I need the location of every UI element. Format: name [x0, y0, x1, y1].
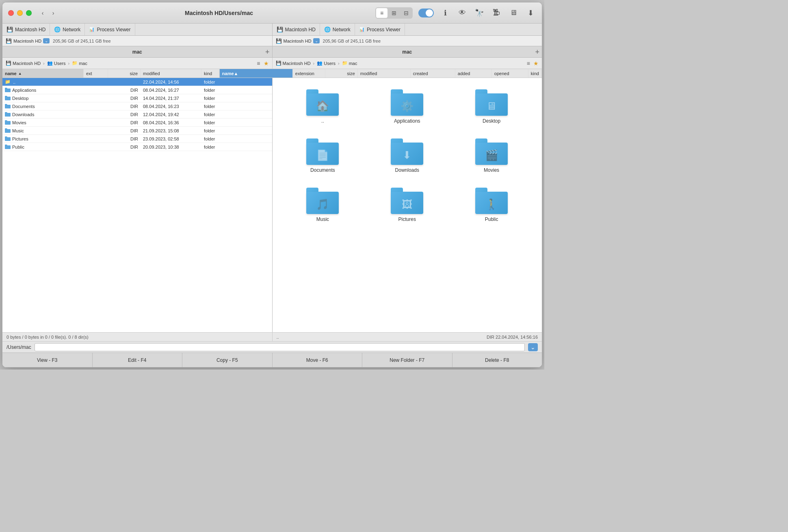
new-folder-button[interactable]: New Folder - F7 — [362, 353, 452, 367]
breadcrumb-actions-right: ≡ ★ — [527, 60, 539, 67]
col-extension-right[interactable]: extension — [293, 69, 325, 78]
list-view-button[interactable]: ≡ — [376, 8, 388, 18]
breadcrumb-mac-right[interactable]: 📁 mac — [342, 61, 357, 66]
file-size-public: DIR — [108, 145, 141, 149]
music-icon: 🎵 — [316, 198, 329, 211]
col-name-right[interactable]: name ▲ — [220, 69, 293, 78]
tab-process-left[interactable]: 📊 Process Viewer — [85, 24, 135, 35]
table-row[interactable]: Downloads DIR 12.04.2024, 19:42 folder — [2, 110, 272, 119]
view-button[interactable]: View - F3 — [2, 353, 93, 367]
folder-body: 🚶 — [475, 192, 508, 214]
edit-button[interactable]: Edit - F4 — [93, 353, 183, 367]
list-item[interactable]: ⬇ Downloads — [369, 135, 445, 176]
file-name-documents: Documents — [2, 104, 84, 109]
minimize-button[interactable] — [17, 10, 23, 16]
icon-label: Public — [485, 216, 498, 222]
toggle-switch[interactable] — [418, 9, 434, 17]
table-row[interactable]: Pictures DIR 23.09.2023, 02:58 folder — [2, 135, 272, 143]
col-modified-right[interactable]: modified — [358, 69, 411, 78]
tab-macintosh-hd-right[interactable]: 💾 Macintosh HD — [273, 24, 320, 35]
col-name-left[interactable]: name ▲ — [2, 69, 84, 78]
preview-icon[interactable]: 👁 — [457, 7, 468, 19]
table-row[interactable]: Movies DIR 08.04.2024, 16:36 folder — [2, 119, 272, 127]
col-ext-left[interactable]: ext — [84, 69, 108, 78]
file-modified-music: 21.09.2023, 15:08 — [141, 128, 201, 133]
file-modified-applications: 08.04.2024, 16:27 — [141, 88, 201, 93]
folder-icon — [5, 120, 11, 125]
action-bar: View - F3 Edit - F4 Copy - F5 Move - F6 … — [2, 353, 542, 367]
close-button[interactable] — [8, 10, 14, 16]
breadcrumb-list-icon-right[interactable]: ≡ — [527, 60, 530, 67]
tab-macintosh-hd-left[interactable]: 💾 Macintosh HD — [2, 24, 50, 35]
breadcrumb-users-right[interactable]: 👥 Users — [317, 61, 336, 66]
delete-button[interactable]: Delete - F8 — [452, 353, 542, 367]
move-button[interactable]: Move - F6 — [273, 353, 363, 367]
col-size-left[interactable]: size — [108, 69, 141, 78]
col-kind-right[interactable]: kind — [528, 69, 542, 78]
tab-process-right[interactable]: 📊 Process Viewer — [355, 24, 405, 35]
back-button[interactable]: ‹ — [38, 9, 47, 17]
disk-arrow-left[interactable]: ⌄ — [43, 38, 50, 43]
breadcrumb-disk-label-left: Macintosh HD — [13, 61, 41, 66]
file-size-pictures: DIR — [108, 136, 141, 141]
table-row[interactable]: Applications DIR 08.04.2024, 16:27 folde… — [2, 86, 272, 94]
info-icon[interactable]: ℹ — [439, 7, 451, 19]
breadcrumb-mac-label-right: mac — [349, 61, 357, 66]
list-item[interactable]: 🎵 Music — [285, 184, 361, 225]
col-size-right[interactable]: size — [325, 69, 358, 78]
add-tab-right-button[interactable]: + — [535, 48, 539, 56]
table-row[interactable]: Desktop DIR 14.04.2024, 21:37 folder — [2, 94, 272, 102]
breadcrumb-macintosh-hd-right[interactable]: 💾 Macintosh HD — [276, 61, 311, 66]
breadcrumb-users-left[interactable]: 👥 Users — [47, 61, 66, 66]
table-row[interactable]: Music DIR 21.09.2023, 15:08 folder — [2, 127, 272, 135]
terminal-icon[interactable]: 🖥 — [508, 7, 519, 19]
binoculars-icon[interactable]: 🔭 — [474, 7, 485, 19]
add-tab-left-button[interactable]: + — [265, 48, 270, 56]
maximize-button[interactable] — [26, 10, 32, 16]
file-size-downloads: DIR — [108, 112, 141, 117]
column-view-button[interactable]: ⊞ — [388, 8, 400, 18]
list-item[interactable]: 🖼 Pictures — [369, 184, 445, 225]
breadcrumb-mac-left[interactable]: 📁 mac — [72, 61, 87, 66]
forward-button[interactable]: › — [49, 9, 58, 17]
download-icon[interactable]: ⬇ — [525, 7, 536, 19]
copy-button[interactable]: Copy - F5 — [182, 353, 273, 367]
folder-icon-container: 🖼 — [391, 188, 423, 214]
breadcrumb-macintosh-hd-left[interactable]: 💾 Macintosh HD — [6, 61, 41, 66]
file-size-music: DIR — [108, 128, 141, 133]
list-item[interactable]: 🚶 Public — [453, 184, 530, 225]
list-item[interactable]: 📄 Documents — [285, 135, 361, 176]
icon-view-button[interactable]: ⊟ — [400, 8, 412, 18]
file-kind-music: folder — [201, 128, 272, 133]
col-created-right[interactable]: created — [411, 69, 455, 78]
file-name-label: .. — [13, 80, 15, 84]
table-row[interactable]: Public DIR 20.09.2023, 10:38 folder — [2, 143, 272, 151]
right-panel: 🏠 .. ⚙️ Applications — [273, 78, 542, 332]
compress-icon[interactable]: 🗜 — [491, 7, 502, 19]
path-input[interactable] — [35, 343, 525, 351]
path-dropdown-button[interactable]: ⌄ — [528, 343, 538, 351]
list-item[interactable]: 🏠 .. — [285, 86, 361, 127]
breadcrumb-star-icon-left[interactable]: ★ — [264, 60, 269, 67]
col-kind-left[interactable]: kind — [201, 69, 219, 78]
list-item[interactable]: ⚙️ Applications — [369, 86, 445, 127]
main-content: 📁 .. 22.04.2024, 14:56 folder Applicatio… — [2, 78, 542, 332]
col-opened-right[interactable]: opened — [492, 69, 528, 78]
tab-network-left[interactable]: 🌐 Network — [50, 24, 85, 35]
folder-body: ⬇ — [391, 143, 423, 165]
breadcrumb-list-icon-left[interactable]: ≡ — [257, 60, 260, 67]
table-row[interactable]: 📁 .. 22.04.2024, 14:56 folder — [2, 78, 272, 86]
list-item[interactable]: 🖥 Desktop — [453, 86, 530, 127]
process-icon-left: 📊 — [89, 27, 95, 32]
list-item[interactable]: 🎬 Movies — [453, 135, 530, 176]
file-name-label: Pictures — [12, 136, 28, 141]
col-added-right[interactable]: added — [455, 69, 492, 78]
file-name-parent: 📁 .. — [2, 79, 84, 84]
folder-icon — [5, 128, 11, 133]
breadcrumb-star-icon-right[interactable]: ★ — [533, 60, 539, 67]
col-modified-left[interactable]: modified — [141, 69, 201, 78]
table-row[interactable]: Documents DIR 08.04.2024, 16:23 folder — [2, 102, 272, 110]
tab-network-right[interactable]: 🌐 Network — [320, 24, 355, 35]
file-kind-parent: folder — [201, 80, 272, 84]
disk-arrow-right[interactable]: ⌄ — [313, 38, 320, 43]
